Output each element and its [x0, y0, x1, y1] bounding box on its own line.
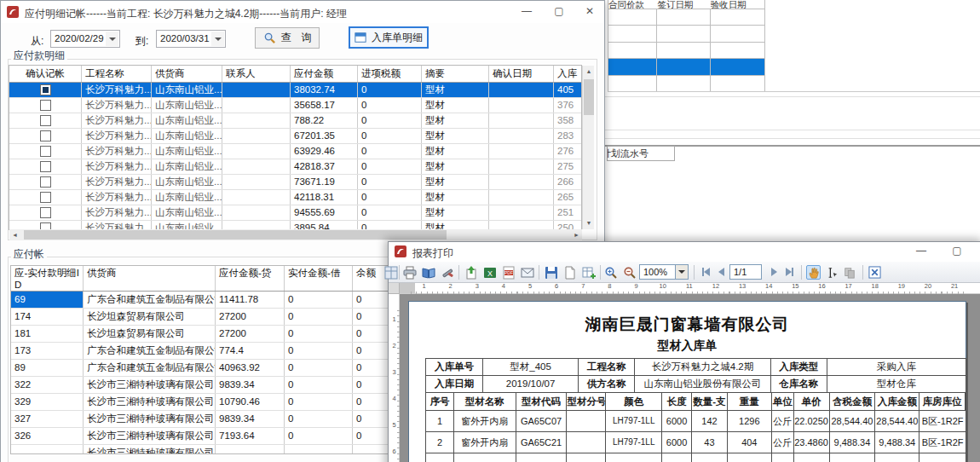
- column-header[interactable]: 供货商: [152, 66, 222, 82]
- text-select-tool[interactable]: [825, 265, 839, 280]
- scroll-down-arrow[interactable]: ▼: [583, 217, 595, 229]
- maximize-button[interactable]: ▢: [545, 1, 574, 23]
- scroll-left-arrow[interactable]: ◄: [9, 229, 20, 240]
- inbound-detail-button[interactable]: 入库单明细: [349, 26, 429, 49]
- form-items-table: 序号 型材名称 型材代码 型材分号 颜色 长度 数量-支: [425, 393, 966, 462]
- horizontal-scrollbar[interactable]: ◄ ►: [9, 229, 582, 240]
- to-date-dropdown[interactable]: 2020/03/31: [156, 30, 226, 48]
- detail-table-row[interactable]: 长沙万科魅力... 山东南山铝业... 42818.37 0 型材 275: [9, 159, 581, 175]
- maximize-button[interactable]: ▢: [943, 242, 971, 262]
- close-button[interactable]: ✕: [575, 1, 604, 23]
- email-icon[interactable]: [520, 265, 534, 280]
- column-header[interactable]: 确认记帐: [9, 66, 82, 82]
- contract-table-row[interactable]: [608, 58, 764, 74]
- settings-tools-icon[interactable]: [440, 265, 454, 280]
- detail-table-row[interactable]: 长沙万科魅力 山东南山铝业 3895.84 0 型材 250: [9, 221, 581, 229]
- detail-table-row[interactable]: 长沙万科魅力... 山东南山铝业... 73671.19 0 型材 266: [9, 175, 581, 190]
- copy-pages-icon[interactable]: [842, 265, 856, 280]
- scrollbar-thumb[interactable]: [24, 230, 447, 240]
- column-header[interactable]: 应-实付款明细ID: [11, 266, 84, 291]
- confirm-checkbox[interactable]: [40, 146, 51, 157]
- column-header[interactable]: 确认日期: [489, 66, 554, 82]
- title-bar[interactable]: 应付明细记帐------当前工程: 长沙万科魅力之城4.2期------当前用户…: [1, 1, 604, 23]
- confirm-checkbox[interactable]: [40, 115, 51, 126]
- column-header[interactable]: 进项税额: [358, 66, 422, 82]
- confirm-checkbox[interactable]: [40, 176, 51, 188]
- toolbar-separator: [694, 265, 695, 280]
- close-button[interactable]: ✕: [971, 242, 980, 262]
- column-header[interactable]: 摘要: [422, 66, 489, 82]
- preview-book-icon[interactable]: [421, 265, 435, 280]
- confirm-checkbox[interactable]: [40, 84, 51, 95]
- confirm-checkbox[interactable]: [40, 130, 51, 141]
- minimize-button[interactable]: —: [512, 1, 541, 23]
- to-date-value: 2020/03/31: [160, 33, 210, 43]
- zoom-out-icon[interactable]: [622, 265, 637, 280]
- confirm-checkbox[interactable]: [40, 192, 51, 203]
- column-header[interactable]: 联系人: [222, 66, 291, 82]
- hand-pan-tool[interactable]: [806, 265, 821, 280]
- page-icon[interactable]: [562, 265, 577, 280]
- ruler-number: 19: [888, 283, 914, 294]
- contract-table-row[interactable]: [608, 25, 764, 41]
- first-page-button[interactable]: [699, 267, 712, 277]
- supplier-cell: 山东南山铝业...: [152, 83, 222, 97]
- chevron-down-icon[interactable]: [211, 32, 224, 46]
- column-header[interactable]: 工程名称: [82, 66, 152, 82]
- detail-table-row[interactable]: 长沙万科魅力... 山东南山铝业... 63929.46 0 型材 276: [9, 144, 581, 159]
- detail-table-row[interactable]: 长沙万科魅力... 山东南山铝业... 35658.17 0 型材 376: [9, 98, 581, 113]
- column-header[interactable]: 供货商: [84, 266, 216, 291]
- page-number-input[interactable]: 1/1: [729, 264, 762, 280]
- design-grid-icon[interactable]: [383, 265, 398, 280]
- title-bar[interactable]: 报表打印 — ▢ ✕: [389, 242, 980, 262]
- confirm-checkbox[interactable]: [40, 222, 51, 229]
- print-toolbar: X PDF 100% 1/1: [389, 262, 980, 283]
- next-page-button[interactable]: [767, 267, 781, 277]
- export-icon[interactable]: [464, 265, 478, 280]
- print-icon[interactable]: [402, 265, 417, 280]
- summary-cell: 型材: [422, 113, 489, 128]
- column-header: 库房库位: [919, 393, 966, 411]
- ruler-number: 2: [437, 283, 464, 294]
- confirm-date-cell: [489, 83, 554, 97]
- print-preview-area[interactable]: 1 2 3 4 5 6 湖南巨晟门窗幕墙有限公司 型材入库单: [389, 294, 980, 462]
- minimize-button[interactable]: —: [907, 242, 936, 262]
- project-cell: 长沙万科魅力...: [82, 175, 152, 189]
- add-table-icon[interactable]: [581, 265, 596, 280]
- previous-page-button[interactable]: [714, 267, 728, 277]
- contract-table-row[interactable]: [608, 9, 764, 25]
- scrollbar-thumb[interactable]: [584, 79, 594, 115]
- confirm-checkbox[interactable]: [40, 207, 51, 218]
- scroll-up-arrow[interactable]: ▲: [583, 66, 595, 78]
- contract-table-row[interactable]: [608, 75, 764, 91]
- detail-table-row[interactable]: 长沙万科魅力... 山东南山铝业... 67201.35 0 型材 283: [9, 129, 581, 144]
- vertical-scrollbar[interactable]: ▲ ▼: [582, 66, 594, 229]
- detail-table-row[interactable]: 长沙万科魅力... 山东南山铝业... 788.22 0 型材 358: [9, 113, 581, 129]
- query-button[interactable]: 查 询: [255, 27, 320, 49]
- scroll-right-arrow[interactable]: ►: [571, 229, 582, 240]
- chevron-down-icon[interactable]: [106, 32, 118, 46]
- column-header[interactable]: 应付金额-贷: [216, 266, 285, 291]
- contract-table-row[interactable]: [608, 42, 764, 58]
- chevron-down-icon[interactable]: [675, 265, 688, 279]
- last-page-button[interactable]: [782, 267, 796, 277]
- inbound-no-cell: 250: [554, 221, 581, 229]
- detail-table-row[interactable]: 长沙万科魅力... 山东南山铝业... 42118.31 0 型材 265: [9, 190, 581, 205]
- zoom-level-dropdown[interactable]: 100%: [639, 264, 689, 280]
- detail-table-row[interactable]: 长沙万科魅力... 山东南山铝业... 38032.74 0 型材 405: [9, 83, 581, 98]
- pdf-export-icon[interactable]: PDF: [501, 265, 516, 280]
- zoom-in-icon[interactable]: [603, 265, 618, 280]
- column-header[interactable]: 实付金额-借: [285, 266, 353, 291]
- confirm-checkbox[interactable]: [40, 161, 51, 172]
- save-icon[interactable]: [544, 265, 558, 280]
- confirm-date-cell: [489, 205, 554, 220]
- from-date-dropdown[interactable]: 2020/02/29: [50, 30, 120, 48]
- debit-cell: 0: [285, 394, 353, 410]
- column-header[interactable]: 应付金额: [291, 66, 358, 82]
- column-header[interactable]: 入库: [554, 66, 581, 82]
- item-cell: 公斤: [772, 411, 794, 432]
- close-preview-icon[interactable]: [868, 265, 882, 280]
- detail-table-row[interactable]: 长沙万科魅力... 山东南山铝业... 94555.69 0 型材 251: [9, 205, 581, 221]
- excel-export-icon[interactable]: X: [482, 265, 497, 280]
- confirm-checkbox[interactable]: [40, 100, 51, 111]
